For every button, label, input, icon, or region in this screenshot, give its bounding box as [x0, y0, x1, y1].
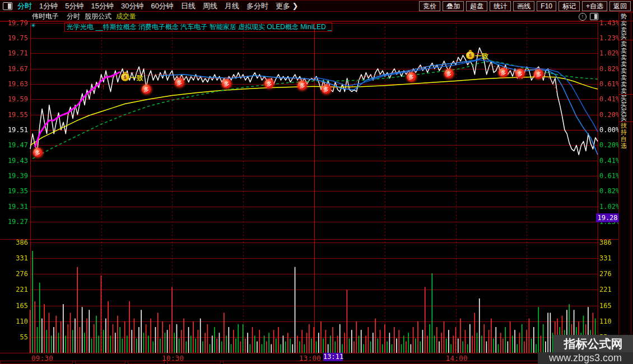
- right-clipped-panel[interactable]: 势卖卖买卖卖卖卖卖卖卖卖买买买买技持自选: [618, 12, 633, 364]
- axis-tick-label: 276: [16, 270, 28, 278]
- buy-signal-ball: 多: [264, 79, 274, 88]
- view-label[interactable]: 分时: [67, 12, 80, 21]
- axis-tick-label: 0.41%: [599, 95, 620, 103]
- toolbar-button-3[interactable]: 统计: [490, 1, 511, 11]
- axis-tick-label: 19.55: [8, 111, 28, 119]
- axis-tick-label: 386: [16, 239, 28, 246]
- axis-tick-label: 110: [16, 318, 28, 325]
- money-bag-icon: $一致: [466, 52, 474, 59]
- axis-tick-label: 19.67: [8, 65, 28, 73]
- axis-tick-label: 19.27: [8, 218, 28, 226]
- timeframe-tab-3[interactable]: 15分钟: [91, 2, 113, 10]
- axis-tick-label: 221: [16, 286, 28, 293]
- axis-tick-label: 0.61%: [599, 172, 620, 180]
- statusbar-box[interactable]: [167, 361, 221, 364]
- axis-tick-label: 19.31: [8, 203, 28, 211]
- statusbar-box[interactable]: [75, 361, 125, 364]
- axis-tick-label: 0.20%: [599, 111, 620, 119]
- axis-tick-label: 331: [599, 254, 612, 262]
- axis-tick-label: 110: [599, 318, 612, 325]
- buy-signal-ball: 多: [515, 69, 525, 78]
- watermark: 指标公式网 www.zbgs3.com: [538, 335, 633, 364]
- axis-tick-label: 19.51: [8, 126, 28, 134]
- toolbar-button-6[interactable]: 标记: [558, 1, 580, 11]
- app-window: 分时1分钟5分钟15分钟30分钟60分钟日线周线月线多分时更多 ❯ 竞价叠加超盘…: [0, 0, 633, 364]
- timeframe-tab-4[interactable]: 30分钟: [121, 2, 143, 10]
- toolbar-button-2[interactable]: 超盘: [466, 1, 487, 11]
- axis-tick-label: 0.61%: [599, 80, 620, 88]
- toolbar-button-7[interactable]: +自选: [582, 1, 607, 11]
- price-cursor-badge: 19.28: [596, 213, 619, 222]
- timeframe-tab-10[interactable]: 更多 ❯: [276, 2, 299, 10]
- axis-tick-label: 19.63: [8, 80, 28, 88]
- axis-tick-label: 19.39: [8, 172, 28, 180]
- axis-tick-label: 19.47: [8, 141, 28, 149]
- axis-tick-label: 0.41%: [599, 157, 620, 165]
- axis-tick-label: 331: [16, 254, 28, 262]
- star-marker-icon: ✳: [31, 22, 35, 29]
- timeframe-tab-0[interactable]: 分时: [17, 2, 32, 10]
- formula-label[interactable]: 股朋公式: [85, 12, 111, 21]
- timeframe-tab-2[interactable]: 5分钟: [65, 2, 83, 10]
- axis-tick-label: 19.43: [8, 157, 28, 165]
- concept-tags[interactable]: 光学光电 __特斯拉概念 消费电子概念 汽车电子 智能家居 虚拟现实 OLED概…: [64, 22, 332, 32]
- axis-tick-label: 0.82%: [599, 65, 620, 73]
- up-arrow-icon: ↑: [101, 82, 105, 91]
- axis-tick-label: 19.59: [8, 95, 28, 103]
- circle-arrow-icon[interactable]: ↑: [579, 13, 587, 21]
- top-toolbar: 分时1分钟5分钟15分钟30分钟60分钟日线周线月线多分时更多 ❯ 竞价叠加超盘…: [0, 0, 633, 12]
- timeframe-tab-5[interactable]: 60分钟: [151, 2, 173, 10]
- window-split-icon[interactable]: [3, 2, 12, 10]
- buy-signal-ball: 多: [444, 69, 454, 78]
- toolbar-button-8[interactable]: 返回: [609, 1, 631, 11]
- title-bar: 伟时电子 分时 股朋公式 成交量 ↑: [0, 12, 633, 21]
- statusbar-box[interactable]: [0, 361, 73, 364]
- money-bag-icon: $一致: [121, 73, 129, 81]
- split-pane-icon[interactable]: [590, 13, 598, 20]
- consensus-label: 一致: [130, 74, 143, 82]
- toolbar-button-1[interactable]: 叠加: [443, 1, 464, 11]
- axis-tick-label: 19.71: [8, 49, 28, 57]
- axis-tick-label: 221: [599, 286, 612, 293]
- statusbar-box[interactable]: [128, 361, 165, 364]
- axis-tick-label: 1.02%: [599, 49, 620, 57]
- axis-tick-label: 0.20%: [599, 141, 620, 149]
- watermark-url: www.zbgs3.com: [538, 352, 633, 364]
- title-icons: ↑: [579, 13, 598, 21]
- toolbar-button-0[interactable]: 竞价: [419, 1, 440, 11]
- axis-tick-label: 19.35: [8, 187, 28, 195]
- watermark-title: 指标公式网: [553, 335, 633, 352]
- timeframe-tab-6[interactable]: 日线: [181, 2, 196, 10]
- buy-signal-ball: 多: [142, 85, 151, 94]
- timeframe-tab-9[interactable]: 多分时: [246, 2, 268, 10]
- toolbar-button-4[interactable]: 画线: [513, 1, 534, 11]
- axis-tick-label: 0.82%: [599, 187, 620, 195]
- consensus-label: 一致: [475, 52, 488, 60]
- axis-tick-label: 276: [599, 270, 612, 278]
- buy-signal-ball: 多: [534, 69, 543, 79]
- buy-signal-ball: 多: [322, 85, 331, 94]
- axis-tick-label: 1.02%: [599, 203, 620, 211]
- axis-tick-label: 165: [599, 302, 612, 310]
- indicator-label[interactable]: 成交量: [116, 12, 136, 21]
- axis-tick-label: 1.23%: [599, 34, 620, 42]
- buy-signal-ball: 多: [175, 78, 184, 87]
- timeframe-tabs: 分时1分钟5分钟15分钟30分钟60分钟日线周线月线多分时更多 ❯: [17, 1, 305, 11]
- timeframe-tab-7[interactable]: 周线: [203, 2, 217, 10]
- axis-tick-label: 165: [16, 302, 28, 310]
- buy-signal-ball: 多: [33, 148, 43, 157]
- up-arrow-icon: ↑: [35, 139, 39, 148]
- buy-signal-ball: 多: [407, 72, 416, 82]
- time-cursor-badge: 13:11: [323, 353, 343, 361]
- toolbar-buttons: 竞价叠加超盘统计画线F10标记+自选返回: [419, 1, 631, 11]
- intraday-chart-canvas[interactable]: [0, 0, 633, 364]
- toolbar-button-5[interactable]: F10: [537, 1, 556, 11]
- timeframe-tab-1[interactable]: 1分钟: [39, 2, 58, 10]
- axis-tick-label: 55: [20, 333, 28, 341]
- axis-tick-label: 0.00%: [599, 126, 620, 134]
- axis-tick-label: 386: [599, 239, 612, 246]
- stock-name: 伟时电子: [32, 12, 59, 21]
- timeframe-tab-8[interactable]: 月线: [225, 2, 239, 10]
- axis-tick-label: 19.75: [8, 34, 28, 42]
